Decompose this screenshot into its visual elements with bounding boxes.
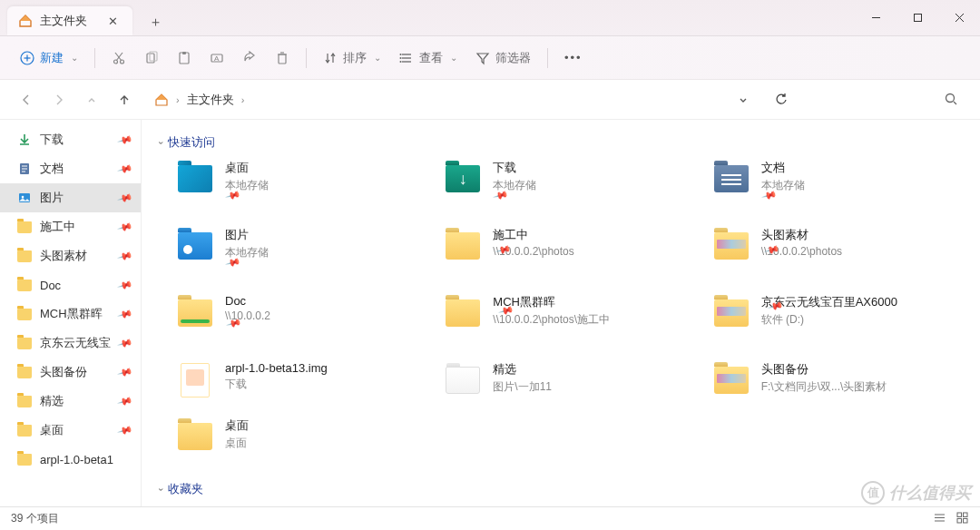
section-favorites[interactable]: › 收藏夹 bbox=[160, 481, 962, 497]
file-item[interactable]: arpl-1.0-beta13.img下载 bbox=[176, 361, 426, 399]
address-row: › 主文件夹 › bbox=[0, 80, 980, 120]
rename-button[interactable]: A bbox=[202, 44, 231, 72]
file-item[interactable]: 桌面桌面 bbox=[176, 417, 426, 456]
filter-button[interactable]: 筛选器 bbox=[468, 44, 538, 72]
pin-icon: 📌 bbox=[117, 277, 134, 293]
paste-button[interactable] bbox=[170, 44, 199, 72]
refresh-button[interactable] bbox=[769, 88, 793, 112]
sidebar-item-1[interactable]: 文档📌 bbox=[0, 154, 141, 183]
titlebar: 主文件夹 ✕ ＋ bbox=[0, 0, 980, 36]
search-input[interactable] bbox=[802, 93, 965, 106]
cut-icon bbox=[112, 51, 126, 65]
filter-icon bbox=[475, 51, 490, 65]
pin-icon: 📌 bbox=[117, 132, 134, 148]
cut-button[interactable] bbox=[104, 44, 133, 72]
pin-icon: 📌 bbox=[117, 393, 134, 409]
folder-icon bbox=[16, 306, 33, 322]
back-button[interactable] bbox=[15, 88, 38, 112]
tab-home[interactable]: 主文件夹 ✕ bbox=[7, 6, 132, 35]
sidebar-item-6[interactable]: MCH黑群晖📌 bbox=[0, 299, 141, 329]
svg-rect-37 bbox=[957, 513, 962, 517]
folder-icon bbox=[16, 364, 33, 380]
folder-icon bbox=[16, 248, 33, 264]
sidebar-item-4[interactable]: 头图素材📌 bbox=[0, 241, 141, 270]
new-button[interactable]: 新建⌄ bbox=[13, 44, 85, 72]
svg-rect-14 bbox=[182, 52, 186, 54]
copy-button[interactable] bbox=[137, 44, 166, 72]
watermark: 值什么值得买 bbox=[861, 481, 971, 505]
folder-icon bbox=[712, 227, 750, 265]
file-item[interactable]: 图片本地存储📌 bbox=[176, 227, 426, 276]
sidebar-item-9[interactable]: 精选📌 bbox=[0, 387, 141, 416]
pin-icon: 📌 bbox=[117, 306, 134, 322]
pin-icon: 📌 bbox=[117, 422, 134, 438]
folder-icon bbox=[712, 361, 750, 399]
sidebar-item-0[interactable]: 下载📌 bbox=[0, 125, 141, 154]
sidebar: 下载📌文档📌图片📌施工中📌头图素材📌Doc📌MCH黑群晖📌京东云无线宝📌头图备份… bbox=[0, 120, 142, 506]
pin-icon: 📌 bbox=[117, 364, 134, 380]
file-item[interactable]: 桌面本地存储📌 bbox=[176, 160, 426, 209]
file-item[interactable]: 头图备份F:\文档同步\双...\头图素材 bbox=[712, 361, 962, 399]
details-view-button[interactable] bbox=[933, 511, 946, 527]
up-button[interactable] bbox=[113, 88, 136, 112]
chevron-down-icon: › bbox=[156, 487, 166, 490]
sidebar-item-11[interactable]: arpl-1.0-beta1 bbox=[0, 445, 141, 474]
item-count: 39 个项目 bbox=[11, 511, 59, 526]
sidebar-item-8[interactable]: 头图备份📌 bbox=[0, 358, 141, 387]
breadcrumb-dropdown[interactable] bbox=[731, 88, 755, 112]
item-name: 施工中 bbox=[493, 227, 573, 243]
section-quick-access[interactable]: › 快速访问 bbox=[160, 134, 962, 151]
item-location: F:\文档同步\双...\头图素材 bbox=[761, 379, 887, 395]
file-item[interactable]: Doc\\10.0.0.2📌 bbox=[176, 294, 426, 343]
folder-icon bbox=[444, 227, 482, 265]
minimize-button[interactable] bbox=[855, 0, 897, 35]
svg-point-23 bbox=[400, 54, 402, 55]
sidebar-item-5[interactable]: Doc📌 bbox=[0, 270, 141, 299]
file-item[interactable]: 京东云无线宝百里AX6000软件 (D:)📌 bbox=[712, 294, 962, 343]
plus-circle-icon bbox=[20, 51, 34, 65]
sidebar-item-3[interactable]: 施工中📌 bbox=[0, 212, 141, 241]
chevron-down-icon: › bbox=[156, 141, 166, 143]
document-icon bbox=[16, 161, 33, 177]
folder-icon bbox=[16, 393, 33, 409]
content-area[interactable]: › 快速访问 桌面本地存储📌下载本地存储📌文档本地存储📌图片本地存储📌施工中\\… bbox=[142, 120, 980, 506]
item-name: 桌面 bbox=[225, 160, 269, 176]
tab-close-button[interactable]: ✕ bbox=[103, 12, 122, 30]
item-location: 图片\一加11 bbox=[493, 379, 552, 395]
sort-button[interactable]: 排序⌄ bbox=[316, 44, 388, 72]
pin-icon: 📌 bbox=[117, 219, 134, 235]
pin-icon: 📌 bbox=[117, 335, 134, 351]
close-button[interactable] bbox=[938, 0, 980, 35]
new-tab-button[interactable]: ＋ bbox=[142, 8, 169, 35]
pin-icon: 📌 bbox=[117, 190, 134, 206]
file-item[interactable]: 下载本地存储📌 bbox=[444, 160, 693, 209]
breadcrumb-root[interactable]: 主文件夹 bbox=[187, 92, 234, 108]
sidebar-item-label: 头图素材 bbox=[40, 248, 87, 264]
sidebar-item-7[interactable]: 京东云无线宝📌 bbox=[0, 329, 141, 358]
maximize-button[interactable] bbox=[897, 0, 938, 35]
folder-icon bbox=[176, 227, 214, 265]
more-button[interactable]: ••• bbox=[557, 44, 590, 72]
thumbnails-view-button[interactable] bbox=[956, 511, 969, 527]
forward-button[interactable] bbox=[47, 88, 71, 112]
share-button[interactable] bbox=[235, 44, 264, 72]
delete-button[interactable] bbox=[268, 44, 297, 72]
command-bar: 新建⌄ A 排序⌄ 查看⌄ 筛选器 ••• bbox=[0, 36, 980, 80]
sidebar-item-10[interactable]: 桌面📌 bbox=[0, 416, 141, 445]
folder-icon bbox=[16, 219, 33, 235]
file-item[interactable]: MCH黑群晖\\10.0.0.2\photos\施工中📌 bbox=[444, 294, 693, 343]
sidebar-item-label: 下载 bbox=[40, 132, 64, 148]
view-button[interactable]: 查看⌄ bbox=[392, 44, 465, 72]
divider bbox=[94, 48, 95, 68]
file-item[interactable]: 头图素材\\10.0.0.2\photos📌 bbox=[712, 227, 962, 276]
file-item[interactable]: 文档本地存储📌 bbox=[712, 160, 962, 209]
sidebar-item-2[interactable]: 图片📌 bbox=[0, 183, 141, 212]
folder-icon bbox=[176, 361, 214, 399]
recent-button[interactable] bbox=[80, 88, 103, 112]
file-item[interactable]: 精选图片\一加11 bbox=[444, 361, 693, 399]
folder-icon bbox=[16, 277, 33, 293]
breadcrumb[interactable]: › 主文件夹 › bbox=[145, 92, 722, 108]
search-icon bbox=[945, 93, 958, 106]
file-item[interactable]: 施工中\\10.0.0.2\photos📌 bbox=[444, 227, 693, 276]
folder-icon bbox=[176, 294, 214, 332]
